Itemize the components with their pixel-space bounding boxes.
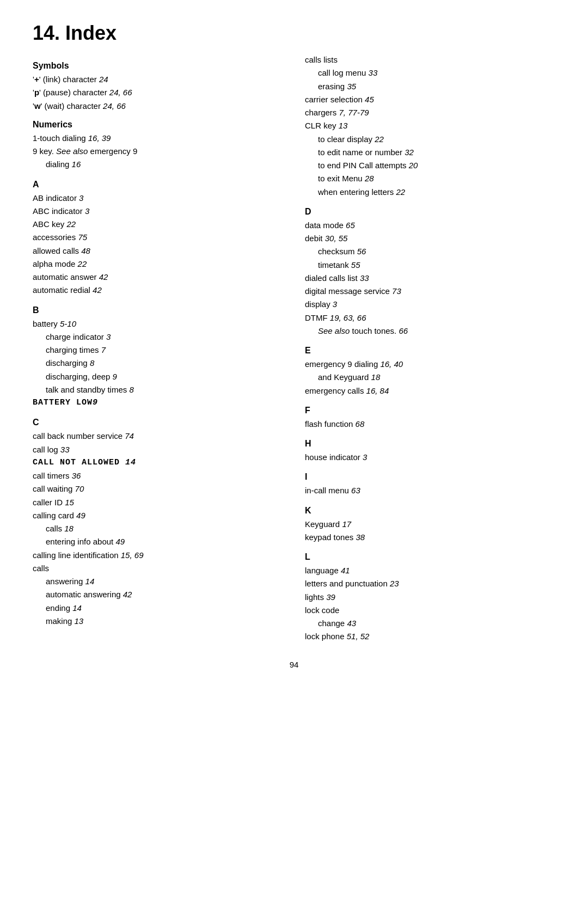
a-automatic-redial: automatic redial 42 bbox=[33, 284, 283, 296]
d-debit: debit 30, 55 bbox=[305, 232, 555, 244]
c-call-log: call log 33 bbox=[33, 443, 283, 456]
r-clr-key: CLR key 13 bbox=[305, 119, 555, 132]
h-house-indicator: house indicator 3 bbox=[305, 451, 555, 463]
a-alpha-mode: alpha mode 22 bbox=[33, 258, 283, 270]
page-title: 14. Index bbox=[33, 22, 555, 45]
r-chargers: chargers 7, 77-79 bbox=[305, 106, 555, 119]
section-d-heading: D bbox=[305, 207, 555, 217]
c-caller-id: caller ID 15 bbox=[33, 496, 283, 509]
l-lights: lights 39 bbox=[305, 591, 555, 603]
c-entering-info: entering info about 49 bbox=[33, 535, 283, 548]
c-answering: answering 14 bbox=[33, 575, 283, 588]
section-a-heading: A bbox=[33, 180, 283, 189]
symbols-heading: Symbols bbox=[33, 61, 283, 71]
numeric-9key: 9 key. See also emergency 9 bbox=[33, 145, 283, 157]
c-ending: ending 14 bbox=[33, 602, 283, 614]
b-discharging-deep: discharging, deep 9 bbox=[33, 370, 283, 383]
c-call-back: call back number service 74 bbox=[33, 430, 283, 442]
b-charge-indicator: charge indicator 3 bbox=[33, 331, 283, 343]
section-c-heading: C bbox=[33, 418, 283, 427]
numerics-heading: Numerics bbox=[33, 120, 283, 130]
c-calling-line-id: calling line identification 15, 69 bbox=[33, 549, 283, 561]
d-timetank: timetank 55 bbox=[305, 259, 555, 271]
b-talk-standby: talk and standby times 8 bbox=[33, 383, 283, 396]
a-accessories: accessories 75 bbox=[33, 231, 283, 243]
r-calls-lists: calls lists bbox=[305, 53, 555, 66]
numeric-9key-indent: dialing 16 bbox=[33, 158, 283, 170]
d-see-also-touch: See also touch tones. 66 bbox=[305, 325, 555, 337]
d-checksum: checksum 56 bbox=[305, 245, 555, 258]
k-keyguard: Keyguard 17 bbox=[305, 518, 555, 530]
b-battery-low: BATTERY LOW9 bbox=[33, 396, 283, 409]
section-e-heading: E bbox=[305, 346, 555, 356]
symbol-p: 'p' (pause) character 24, 66 bbox=[33, 86, 283, 99]
l-language: language 41 bbox=[305, 564, 555, 577]
numeric-1touch: 1-touch dialing 16, 39 bbox=[33, 132, 283, 144]
l-lock-code-change: change 43 bbox=[305, 617, 555, 629]
l-letters-punct: letters and punctuation 23 bbox=[305, 577, 555, 590]
section-f-heading: F bbox=[305, 406, 555, 415]
c-calls: calls bbox=[33, 562, 283, 574]
d-digital-msg: digital message service 73 bbox=[305, 285, 555, 297]
symbols-entries: '+' (link) character 24 'p' (pause) char… bbox=[33, 73, 283, 112]
r-when-entering: when entering letters 22 bbox=[305, 186, 555, 198]
section-k-heading: K bbox=[305, 506, 555, 516]
r-to-clear-display: to clear display 22 bbox=[305, 133, 555, 145]
d-display: display 3 bbox=[305, 298, 555, 310]
l-lock-code: lock code bbox=[305, 604, 555, 616]
section-h-heading: H bbox=[305, 439, 555, 449]
a-abc-key: ABC key 22 bbox=[33, 218, 283, 230]
right-column: calls lists call log menu 33 erasing 35 … bbox=[305, 53, 555, 644]
r-erasing: erasing 35 bbox=[305, 80, 555, 93]
e-emergency-calls: emergency calls 16, 84 bbox=[305, 384, 555, 397]
e-and-keyguard: and Keyguard 18 bbox=[305, 371, 555, 383]
section-l-heading: L bbox=[305, 552, 555, 562]
left-column: Symbols '+' (link) character 24 'p' (pau… bbox=[33, 53, 283, 628]
symbol-w: 'w' (wait) character 24, 66 bbox=[33, 100, 283, 112]
b-discharging: discharging 8 bbox=[33, 357, 283, 369]
l-lock-phone: lock phone 51, 52 bbox=[305, 630, 555, 642]
symbol-plus: '+' (link) character 24 bbox=[33, 73, 283, 85]
c-call-not-allowed: CALL NOT ALLOWED 14 bbox=[33, 456, 283, 469]
r-call-log-menu: call log menu 33 bbox=[305, 66, 555, 79]
r-carrier-selection: carrier selection 45 bbox=[305, 93, 555, 106]
page-number: 94 bbox=[33, 660, 555, 669]
section-i-heading: I bbox=[305, 472, 555, 482]
c-call-timers: call timers 36 bbox=[33, 469, 283, 482]
section-c-entries: call back number service 74 call log 33 … bbox=[33, 430, 283, 627]
b-battery: battery 5-10 bbox=[33, 317, 283, 330]
a-automatic-answer: automatic answer 42 bbox=[33, 271, 283, 283]
c-calls-indent: calls 18 bbox=[33, 522, 283, 535]
numerics-entries: 1-touch dialing 16, 39 9 key. See also e… bbox=[33, 132, 283, 171]
a-abc-indicator: ABC indicator 3 bbox=[33, 205, 283, 217]
r-to-end-pin: to end PIN Call attempts 20 bbox=[305, 159, 555, 172]
b-charging-times: charging times 7 bbox=[33, 344, 283, 356]
section-b-heading: B bbox=[33, 305, 283, 315]
r-to-exit-menu: to exit Menu 28 bbox=[305, 172, 555, 185]
section-a-entries: AB indicator 3 ABC indicator 3 ABC key 2… bbox=[33, 192, 283, 297]
d-data-mode: data mode 65 bbox=[305, 219, 555, 231]
c-calling-card: calling card 49 bbox=[33, 509, 283, 522]
i-in-call-menu: in-call menu 63 bbox=[305, 484, 555, 497]
a-allowed-calls: allowed calls 48 bbox=[33, 244, 283, 257]
d-dtmf: DTMF 19, 63, 66 bbox=[305, 311, 555, 324]
c-call-waiting: call waiting 70 bbox=[33, 482, 283, 495]
d-dialed-calls: dialed calls list 33 bbox=[305, 272, 555, 284]
c-auto-answering: automatic answering 42 bbox=[33, 588, 283, 601]
section-b-entries: battery 5-10 charge indicator 3 charging… bbox=[33, 317, 283, 409]
r-to-edit-name: to edit name or number 32 bbox=[305, 146, 555, 158]
f-flash-function: flash function 68 bbox=[305, 418, 555, 430]
e-emergency9: emergency 9 dialing 16, 40 bbox=[305, 358, 555, 370]
a-ab-indicator: AB indicator 3 bbox=[33, 192, 283, 204]
k-keypad-tones: keypad tones 38 bbox=[305, 531, 555, 543]
c-making: making 13 bbox=[33, 615, 283, 627]
